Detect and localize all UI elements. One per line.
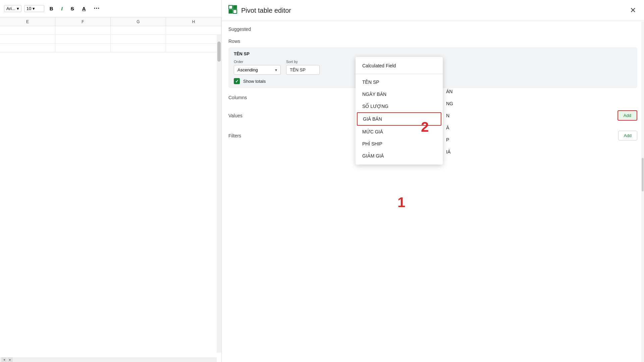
font-name-arrow: ▾ bbox=[17, 6, 19, 11]
dropdown-item-gia-ban[interactable]: GIÁ BÁN bbox=[357, 112, 441, 126]
dropdown-item-ten-sp[interactable]: TÊN SP bbox=[356, 76, 443, 88]
underline-button[interactable]: A bbox=[79, 4, 89, 13]
svg-rect-0 bbox=[229, 5, 232, 9]
order-field-group: Order Ascending ▾ bbox=[234, 60, 281, 75]
suggested-section-label: Suggested bbox=[228, 26, 637, 32]
partial-text-6: IÁ bbox=[446, 149, 453, 155]
svg-rect-1 bbox=[233, 5, 237, 9]
grid-cell bbox=[111, 26, 166, 35]
filters-add-button[interactable]: Add bbox=[618, 131, 637, 140]
more-button[interactable]: ··· bbox=[91, 4, 103, 13]
pivot-table-icon bbox=[228, 5, 237, 16]
grid-cell bbox=[0, 44, 55, 52]
grid-row bbox=[0, 35, 221, 44]
dropdown-item-calculated-field[interactable]: Calculated Field bbox=[356, 60, 443, 72]
grid-rows bbox=[0, 26, 221, 52]
pivot-editor-title: Pivot table editor bbox=[241, 7, 625, 14]
grid-cell bbox=[0, 35, 55, 43]
partial-text-2: NG bbox=[446, 101, 453, 106]
grid-cell bbox=[55, 44, 111, 52]
font-size-value: 10 bbox=[26, 6, 31, 11]
horizontal-scrollbar[interactable]: ◂ ▸ bbox=[0, 357, 217, 362]
pivot-panel: Pivot table editor ✕ Suggested Rows TÊN … bbox=[221, 0, 644, 362]
spreadsheet-area: E F G H ◂ ▸ bbox=[0, 17, 221, 362]
grid-row bbox=[0, 44, 221, 52]
dropdown-item-giam-gia[interactable]: GIẢM GIÁ bbox=[356, 150, 443, 162]
values-add-button[interactable]: Add bbox=[618, 110, 637, 121]
bold-button[interactable]: B bbox=[47, 4, 56, 13]
svg-rect-2 bbox=[229, 10, 232, 13]
partial-text-3: N bbox=[446, 113, 453, 118]
col-header-h: H bbox=[166, 17, 221, 26]
order-label: Order bbox=[234, 60, 281, 64]
grid-row bbox=[0, 26, 221, 35]
show-totals-checkbox[interactable] bbox=[234, 78, 240, 84]
col-header-g: G bbox=[111, 17, 166, 26]
tensp-card-title: TÊN SP bbox=[234, 51, 632, 56]
scroll-right-arrow[interactable]: ▸ bbox=[7, 357, 13, 362]
vertical-scrollbar[interactable] bbox=[217, 35, 221, 353]
columns-section-label: Columns bbox=[228, 95, 247, 100]
sortby-label: Sort by bbox=[286, 60, 320, 64]
strikethrough-button[interactable]: S bbox=[68, 4, 77, 13]
font-name-value: Ari... bbox=[6, 6, 15, 11]
pivot-scrollbar-thumb bbox=[642, 158, 644, 191]
pivot-scrollbar[interactable] bbox=[641, 22, 644, 362]
grid-cell bbox=[111, 35, 166, 43]
column-headers: E F G H bbox=[0, 17, 221, 26]
sortby-field-group: Sort by TÊN SP bbox=[286, 60, 320, 75]
pivot-header: Pivot table editor ✕ bbox=[222, 0, 644, 21]
col-header-e: E bbox=[0, 17, 55, 26]
svg-rect-3 bbox=[233, 10, 237, 13]
font-size-select[interactable]: 10 ▾ bbox=[24, 5, 44, 12]
grid-cell bbox=[111, 44, 166, 52]
dropdown-divider bbox=[356, 74, 443, 74]
italic-button[interactable]: I bbox=[59, 4, 65, 13]
grid-cell bbox=[166, 35, 221, 43]
grid-cell bbox=[0, 26, 55, 35]
truncated-right-panel: ÁN NG N Á P IÁ bbox=[446, 89, 453, 155]
font-size-arrow: ▾ bbox=[33, 6, 35, 11]
grid-cell bbox=[55, 26, 111, 35]
dropdown-item-ngay-ban[interactable]: NGÀY BÁN bbox=[356, 88, 443, 100]
dropdown-menu: Calculated Field TÊN SP NGÀY BÁN SỐ LƯỢN… bbox=[356, 57, 443, 165]
h-scroll-arrows: ◂ ▸ bbox=[0, 357, 14, 362]
partial-text-5: P bbox=[446, 137, 453, 142]
values-section-label: Values bbox=[228, 113, 243, 118]
col-header-f: F bbox=[55, 17, 111, 26]
order-select-arrow: ▾ bbox=[275, 68, 277, 72]
filters-section-label: Filters bbox=[228, 133, 241, 138]
grid-cell bbox=[55, 35, 111, 43]
dropdown-item-so-luong[interactable]: SỐ LƯỢNG bbox=[356, 100, 443, 112]
partial-text-4: Á bbox=[446, 125, 453, 130]
order-select[interactable]: Ascending ▾ bbox=[234, 65, 281, 75]
grid-cell bbox=[166, 44, 221, 52]
scrollbar-thumb bbox=[217, 42, 221, 62]
show-totals-label: Show totals bbox=[243, 79, 266, 84]
font-name-select[interactable]: Ari... ▾ bbox=[4, 5, 21, 12]
grid-cell bbox=[166, 26, 221, 35]
dropdown-item-phi-ship[interactable]: PHÍ SHIP bbox=[356, 138, 443, 150]
sortby-value: TÊN SP bbox=[286, 65, 320, 75]
partial-text-1: ÁN bbox=[446, 89, 453, 94]
order-value: Ascending bbox=[237, 67, 258, 72]
dropdown-item-muc-gia[interactable]: MỨC GIÁ bbox=[356, 126, 443, 138]
pivot-close-button[interactable]: ✕ bbox=[629, 5, 637, 16]
rows-section-label: Rows bbox=[228, 39, 637, 44]
scroll-left-arrow[interactable]: ◂ bbox=[1, 357, 7, 362]
